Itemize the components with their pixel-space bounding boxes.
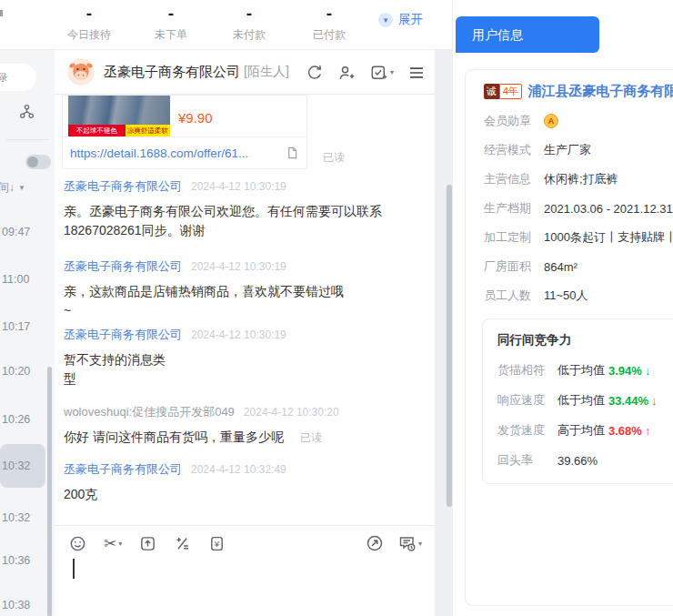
info-label: 厂房面积	[484, 258, 544, 275]
conversation-item[interactable]: 09:47	[0, 210, 45, 254]
conversation-item[interactable]: 10:32	[0, 496, 45, 540]
message-composer: ✂ ▾	[55, 525, 435, 616]
comp-prefix: 低于均值	[557, 392, 605, 409]
chat-message: woloveshuqi:促佳搜品开发部049 2024-4-12 10:30:2…	[64, 404, 427, 448]
sender-name[interactable]: woloveshuqi:促佳搜品开发部049	[64, 404, 235, 420]
product-card[interactable]: 不起球不褪色 凉爽舒适柔软 ¥9.90 https://detail.1688.…	[62, 95, 307, 169]
info-row-medal: 会员勋章 A	[484, 113, 673, 129]
adjust-price-icon[interactable]	[174, 535, 191, 552]
info-row-business-model: 经营模式 生产厂家	[484, 142, 673, 158]
contact-name: 丞豪电子商务有限公司	[104, 64, 240, 81]
online-toggle[interactable]	[25, 155, 51, 169]
comp-value: 3.94%	[608, 364, 642, 378]
stat-unpaid: - 未付款	[207, 5, 291, 43]
message-time: 2024-4-12 10:30:19	[191, 328, 286, 341]
conversation-item-selected[interactable]: 10:32	[0, 444, 45, 488]
sort-control[interactable]: 间↓ ▼	[0, 180, 25, 196]
conversation-time: 09:47	[2, 226, 30, 238]
conversation-item[interactable]: 10:38	[0, 583, 45, 616]
caret-down-icon: ▾	[390, 68, 394, 76]
sort-label: 间↓	[0, 180, 15, 196]
stat-no-order: - 未下单	[129, 5, 213, 43]
info-value: 864m²	[544, 260, 578, 274]
stat-value: -	[287, 5, 371, 22]
conversation-item[interactable]: 10:17	[0, 305, 45, 348]
stat-paid: - 已付款	[287, 5, 371, 43]
list-scrollbar[interactable]	[47, 367, 52, 616]
product-price: ¥9.90	[178, 110, 213, 126]
caret-down-icon: ▾	[418, 540, 422, 548]
info-row-employees: 员工人数 11~50人	[484, 288, 673, 304]
comp-prefix: 高于均值	[557, 422, 605, 439]
upload-file-icon[interactable]	[139, 535, 156, 552]
refresh-icon[interactable]	[306, 64, 324, 82]
sender-name[interactable]: 丞豪电子商务有限公司	[64, 258, 182, 275]
conversation-time: 11:00	[2, 273, 29, 286]
company-name[interactable]: 浦江县丞豪电子商务有限公司	[527, 83, 673, 100]
info-row-main-products: 主营信息 休闲裤;打底裤	[484, 171, 673, 187]
user-info-panel: 用户信息 诚 4年 浦江县丞豪电子商务有限公司 会员勋章 A 经营模式 生产厂家…	[452, 0, 673, 616]
product-link[interactable]: https://detail.1688.com/offer/61...	[70, 146, 286, 160]
transfer-session-icon[interactable]	[366, 534, 384, 552]
payment-icon[interactable]: ¥	[208, 535, 226, 552]
message-time: 2024-4-12 10:30:20	[244, 406, 339, 419]
chat-history-icon[interactable]: ▾	[397, 534, 422, 552]
create-task-icon[interactable]: ▾	[369, 64, 394, 82]
product-link-row: https://detail.1688.com/offer/61...	[63, 136, 306, 168]
info-label: 员工人数	[484, 288, 544, 304]
conversation-item[interactable]: 11:00	[0, 258, 45, 301]
screenshot-scissors-icon[interactable]: ✂ ▾	[104, 534, 122, 553]
comp-row-description-match: 货描相符 低于均值 3.94% ↓	[497, 362, 673, 379]
emoji-icon[interactable]	[69, 535, 86, 552]
sender-name[interactable]: 丞豪电子商务有限公司	[64, 178, 182, 195]
conversation-item[interactable]: 10:36	[0, 539, 45, 582]
comp-row-response-speed: 响应速度 低于均值 33.44% ↓	[497, 392, 673, 409]
competitiveness-card: 同行间竞争力 货描相符 低于均值 3.94% ↓ 响应速度 低于均值 33.44…	[482, 318, 673, 484]
caret-down-icon: ▼	[18, 184, 25, 192]
filter-pill[interactable]: 录	[0, 64, 36, 91]
sender-name[interactable]: 丞豪电子商务有限公司	[64, 327, 182, 343]
conversation-time: 10:32	[2, 459, 30, 472]
conversation-time: 10:20	[2, 365, 30, 378]
message-time: 2024-4-12 10:32:49	[191, 463, 286, 476]
competitiveness-title: 同行间竞争力	[497, 332, 673, 348]
org-chart-icon[interactable]	[18, 103, 35, 120]
info-value: 11~50人	[544, 288, 588, 304]
comp-label: 发货速度	[497, 422, 557, 439]
info-label: 会员勋章	[484, 113, 544, 129]
info-label: 经营模式	[484, 142, 544, 158]
message-input[interactable]	[55, 553, 435, 616]
info-label: 加工定制	[484, 229, 544, 246]
add-contact-icon[interactable]	[337, 64, 356, 82]
document-icon[interactable]	[286, 146, 299, 160]
info-row-production-schedule: 生产档期 2021.03.06 - 2021.12.31	[484, 200, 673, 217]
stranger-tag: [陌生人]	[244, 64, 289, 80]
product-image: 不起球不褪色 凉爽舒适柔软	[68, 96, 170, 136]
sender-name[interactable]: 丞豪电子商务有限公司	[64, 461, 182, 478]
info-row-factory-area: 厂房面积 864m²	[484, 258, 673, 275]
info-value: 生产厂家	[544, 142, 591, 158]
message-text: 你好 请问这件商品有货吗，重量多少呢已读	[64, 428, 427, 448]
comp-prefix: 低于均值	[557, 362, 605, 379]
expand-button[interactable]: ▾ 展开	[378, 12, 423, 28]
chat-message: 丞豪电子商务有限公司 2024-4-12 10:30:19 暂不支持的消息类 型	[64, 327, 427, 389]
message-text: 200克	[64, 485, 427, 504]
comp-label: 货描相符	[497, 362, 557, 379]
member-medal-icon: A	[544, 114, 558, 128]
message-text-inner: 你好 请问这件商品有货吗，重量多少呢	[64, 429, 284, 444]
down-arrow-icon: ↓	[645, 364, 651, 378]
app-window: - 今日接待 - 未下单 - 未付款 - 已付款 ▾ 展开 录	[0, 0, 673, 616]
message-time: 2024-4-12 10:30:19	[191, 260, 286, 273]
stat-label: 未下单	[129, 27, 213, 43]
contact-avatar[interactable]	[67, 58, 95, 86]
menu-icon[interactable]	[407, 64, 426, 82]
down-arrow-icon: ↓	[651, 394, 658, 408]
toggle-knob	[27, 157, 38, 167]
chengxintong-badge: 诚 4年	[484, 84, 522, 99]
banner-right: 凉爽舒适柔软	[126, 125, 170, 136]
conversation-item[interactable]: 10:20	[0, 349, 45, 393]
expand-label: 展开	[398, 12, 423, 28]
badge-years: 4年	[499, 84, 522, 99]
conversation-item[interactable]: 10:26	[0, 398, 45, 441]
tab-user-info[interactable]: 用户信息	[456, 16, 599, 53]
